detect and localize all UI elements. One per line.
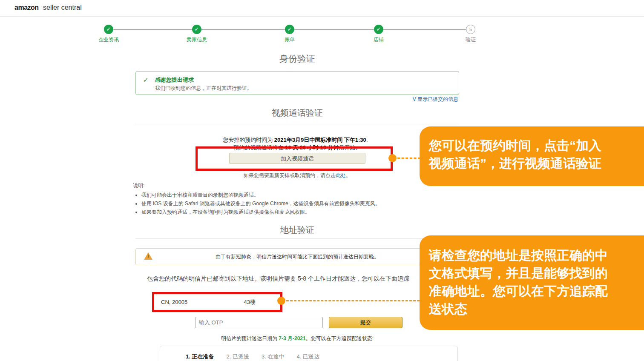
- step-label: 企业资讯: [83, 36, 134, 43]
- step-store[interactable]: ✓ 店铺: [353, 25, 404, 43]
- reschedule-prefix: 如果您需要重新安排或取消预约，请点击: [244, 172, 336, 178]
- tracker-step-dispatched: 2. 已派送: [226, 353, 249, 361]
- annotation-dot-icon: [277, 297, 285, 305]
- step-check-icon: ✓: [104, 25, 113, 34]
- tracker-step-preparing: 1. 正在准备: [186, 353, 214, 361]
- annotation-dashed-line: [286, 300, 420, 301]
- tracker-step-delivered: 4. 已送达: [296, 353, 319, 361]
- step-company-info[interactable]: ✓ 企业资讯: [83, 25, 134, 43]
- annotation-red-box-address: [152, 292, 282, 312]
- note-item: 使用 iOS 设备上的 Safari 浏览器或其他设备上的 Google Chr…: [141, 200, 380, 207]
- step-seller-info[interactable]: ✓ 卖家信息: [171, 25, 222, 43]
- callout-line: 准确地址。您可以在下方追踪配: [429, 282, 644, 300]
- step-billing[interactable]: ✓ 账单: [264, 25, 315, 43]
- step-label: 验证: [445, 36, 496, 43]
- postcard-info-text: 包含您的代码的明信片已邮寄到以下地址。该明信片需要 5-8 个工作日才能送达，您…: [147, 275, 409, 283]
- success-subtitle: 我们已收到您的信息，正在对其进行验证。: [155, 85, 252, 92]
- step-verification: 5 验证: [445, 25, 496, 43]
- appointment-text: 您安排的预约时间为: [223, 137, 274, 143]
- callout-line: 您可以在预约时间，点击“加入: [429, 137, 644, 155]
- callout-video-tip: 您可以在预约时间，点击“加入 视频通话”，进行视频通话验证: [420, 126, 644, 186]
- otp-input[interactable]: [195, 317, 323, 328]
- note-item: 如果要加入预约通话，在设备询问时为视频通话提供摄像头和麦克风权限。: [141, 209, 380, 216]
- callout-line: 视频通话”，进行视频通话验证: [429, 155, 644, 172]
- amazon-logo-text: amazon: [14, 4, 39, 11]
- callout-line: 文格式填写，并且是能够找到的: [429, 264, 644, 282]
- video-call-notes: 说明: 我们可能会出于审核和质量目的录制您的视频通话。 使用 iOS 设备上的 …: [133, 182, 380, 217]
- delivery-date-value: 7-3 月-2021: [279, 335, 305, 341]
- amazon-seller-central-logo[interactable]: amazon seller central: [14, 4, 82, 11]
- delivery-tracker: 1. 正在准备 2. 已派送 3. 在途中 4. 已送达: [160, 346, 458, 361]
- page-title: 身份验证: [135, 53, 459, 65]
- callout-line: 请检查您的地址是按照正确的中: [429, 246, 644, 264]
- step-label: 店铺: [353, 36, 404, 43]
- address-section-title: 地址验证: [135, 224, 459, 236]
- step-check-icon: ✓: [374, 25, 383, 34]
- success-title: 感谢您提出请求: [155, 76, 194, 84]
- annotation-red-box-video: [196, 146, 393, 171]
- delivery-estimate-line: 明信片的预计送达日期为 7-3 月-2021。您可以在下方追踪配送状态:: [135, 335, 459, 342]
- step-check-icon: ✓: [285, 25, 294, 34]
- section-divider: [135, 124, 459, 124]
- step-label: 账单: [264, 36, 315, 43]
- reschedule-text: 如果您需要重新安排或取消预约，请点击此处。: [135, 172, 459, 179]
- annotation-dot-icon: [388, 154, 397, 162]
- success-banner: ✓ 感谢您提出请求 我们已收到您的信息，正在对其进行验证。: [135, 71, 459, 95]
- warning-text: 由于有新冠肺炎，明信片送达时间可能比下面提到的预计送达日期要晚。: [136, 249, 459, 265]
- covid-warning-banner: 由于有新冠肺炎，明信片送达时间可能比下面提到的预计送达日期要晚。: [135, 248, 459, 265]
- video-section-title: 视频通话验证: [135, 107, 459, 119]
- notes-title: 说明:: [133, 182, 380, 189]
- appointment-text-end: 。: [366, 137, 372, 143]
- app-header: amazon seller central: [0, 0, 644, 17]
- step-check-icon: ✓: [192, 25, 201, 34]
- appointment-time-value: 2021年3月9日中国标准时间 下午1:30: [274, 137, 366, 143]
- appointment-time-line: 您安排的预约时间为 2021年3月9日中国标准时间 下午1:30。: [135, 136, 459, 144]
- section-divider: [135, 238, 459, 239]
- check-icon: ✓: [143, 76, 149, 84]
- delivery-suffix: 。您可以在下方追踪配送状态:: [306, 335, 374, 341]
- delivery-prefix: 明信片的预计送达日期为: [221, 335, 279, 341]
- callout-line: 送状态: [429, 300, 644, 318]
- tracker-step-in-transit: 3. 在途中: [262, 353, 284, 361]
- note-item: 我们可能会出于审核和质量目的录制您的视频通话。: [141, 192, 380, 199]
- seller-central-verification-page: amazon seller central ✓ 企业资讯 ✓ 卖家信息 ✓ 账单…: [0, 0, 644, 361]
- submit-button[interactable]: 提交: [329, 317, 402, 328]
- show-submitted-info-link[interactable]: V 显示已提交的信息: [135, 96, 458, 103]
- callout-address-tip: 请检查您的地址是按照正确的中 文格式填写，并且是能够找到的 准确地址。您可以在下…: [420, 235, 644, 330]
- annotation-dashed-line: [397, 158, 420, 159]
- reschedule-suffix: 。: [346, 172, 351, 178]
- step-label: 卖家信息: [171, 36, 222, 43]
- reschedule-here-link[interactable]: 此处: [336, 172, 346, 178]
- seller-central-logo-text: seller central: [43, 4, 82, 11]
- step-number-icon: 5: [466, 25, 475, 34]
